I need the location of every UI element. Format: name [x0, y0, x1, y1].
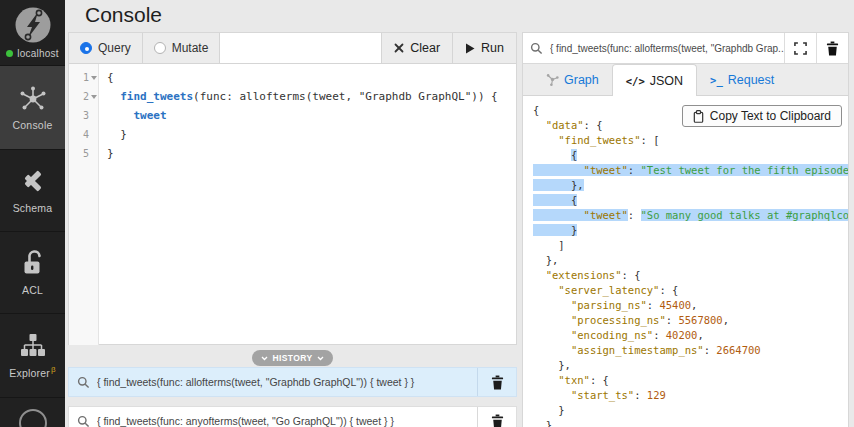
page-header: Console [65, 0, 854, 30]
search-icon [523, 33, 550, 63]
trash-icon [826, 41, 839, 56]
gutter-line-number[interactable]: 5 [69, 144, 98, 163]
gutter-line-number[interactable]: 3 [69, 106, 98, 125]
beta-badge: β [51, 365, 56, 374]
history-delete-button[interactable] [477, 407, 516, 427]
json-lines: { "data": { "find_tweets": [ { "tweet": … [523, 96, 848, 427]
query-panel: Query Mutate Clear Run 12345 { find_twee… [68, 32, 517, 345]
terminal-icon: >_ [710, 74, 723, 86]
delete-result-button[interactable] [816, 33, 848, 63]
fold-marker-empty [89, 125, 98, 144]
history-toggle-row: HISTORY [68, 350, 517, 366]
json-line: }, [533, 178, 848, 193]
json-line: "txn": { [533, 373, 848, 388]
results-tabbar: Graph </> JSON >_ Request [523, 64, 848, 96]
console-icon [19, 84, 47, 112]
run-label: Run [481, 41, 504, 55]
fullscreen-icon [794, 42, 807, 55]
json-line: { [533, 193, 848, 208]
json-line: } [533, 223, 848, 238]
chevron-down-icon [261, 356, 268, 361]
tab-json-label: JSON [650, 74, 683, 88]
history-item[interactable]: { find_tweets(func: anyofterms(tweet, "G… [68, 406, 517, 427]
sidebar-item-console[interactable]: Console [0, 66, 65, 150]
run-play-icon [465, 43, 475, 54]
json-line: "assign_timestamp_ns": 2664700 [533, 343, 848, 358]
history-toggle-label: HISTORY [272, 353, 312, 363]
sidebar-item-schema[interactable]: Schema [0, 150, 65, 232]
code-line: } [107, 125, 516, 144]
mutate-mode-label: Mutate [172, 41, 209, 55]
json-line: "find_tweets": [ [533, 133, 848, 148]
history-item[interactable]: { find_tweets(func: allofterms(tweet, "G… [68, 367, 517, 397]
tab-graph-label: Graph [564, 73, 599, 87]
mutate-mode-tab[interactable]: Mutate [143, 33, 221, 63]
json-line: } [533, 418, 848, 427]
sidebar-item-label: Explorerβ [9, 365, 56, 379]
trash-icon [491, 375, 504, 390]
trash-icon [491, 414, 504, 427]
query-toolbar: Query Mutate Clear Run [69, 33, 516, 64]
json-line: "tweet": "Test tweet for the fifth episo… [533, 163, 848, 178]
sidebar-item-label: Schema [13, 202, 53, 214]
history-query-text: { find_tweets(func: anyofterms(tweet, "G… [97, 407, 477, 427]
sidebar-item-label: Console [13, 119, 53, 131]
sidebar: localhost Console Schema [0, 0, 65, 427]
json-line: "encoding_ns": 40200, [533, 328, 848, 343]
query-mode-tab[interactable]: Query [69, 33, 143, 63]
sidebar-item-acl[interactable]: ACL [0, 232, 65, 315]
json-line: { [533, 148, 848, 163]
json-line: }, [533, 358, 848, 373]
gutter-line-number[interactable]: 2 [69, 87, 98, 106]
history-delete-button[interactable] [477, 368, 516, 396]
json-line: "tweet": "So many good talks at #graphql… [533, 208, 848, 223]
fold-marker-empty [89, 144, 98, 163]
sidebar-item-label: ACL [22, 284, 43, 296]
fold-marker-icon[interactable] [89, 87, 98, 106]
fold-marker-empty [89, 106, 98, 125]
tab-graph[interactable]: Graph [533, 64, 612, 95]
graph-icon [546, 73, 559, 86]
clear-x-icon [394, 43, 404, 53]
code-line: } [107, 144, 516, 163]
chevron-down-icon [317, 356, 324, 361]
clear-label: Clear [410, 41, 440, 55]
gutter-line-number[interactable]: 1 [69, 68, 98, 87]
copy-to-clipboard-button[interactable]: Copy Text to Clipboard [682, 105, 842, 127]
fold-marker-icon[interactable] [89, 68, 98, 87]
editor-gutter: 12345 [69, 64, 99, 345]
search-icon [69, 407, 97, 427]
clear-button[interactable]: Clear [381, 33, 452, 63]
tab-request[interactable]: >_ Request [697, 64, 787, 95]
code-line: tweet [107, 106, 516, 125]
result-query-bar[interactable]: { find_tweets(func: allofterms(tweet, "G… [523, 33, 848, 64]
json-line: ] [533, 238, 848, 253]
sidebar-item-explorer[interactable]: Explorerβ [0, 314, 65, 398]
page-title: Console [85, 3, 162, 27]
json-line: "start_ts": 129 [533, 388, 848, 403]
circle-icon [18, 407, 48, 427]
gutter-line-number[interactable]: 4 [69, 125, 98, 144]
fullscreen-button[interactable] [784, 33, 816, 63]
json-output[interactable]: Copy Text to Clipboard { "data": { "find… [523, 96, 848, 427]
radio-unselected-icon [154, 42, 166, 54]
copy-button-label: Copy Text to Clipboard [710, 109, 831, 123]
schema-icon [19, 167, 47, 195]
sidebar-item-label: localhost [17, 48, 58, 59]
history-query-text: { find_tweets(func: allofterms(tweet, "G… [97, 368, 477, 396]
run-button[interactable]: Run [452, 33, 516, 63]
radio-selected-icon [80, 42, 92, 54]
json-line: } [533, 403, 848, 418]
json-line: "processing_ns": 5567800, [533, 313, 848, 328]
sidebar-item-localhost[interactable]: localhost [0, 0, 65, 66]
connection-status-dot [6, 50, 13, 57]
results-panel: { find_tweets(func: allofterms(tweet, "G… [522, 32, 849, 427]
json-line: "parsing_ns": 45400, [533, 298, 848, 313]
explorer-icon [19, 332, 47, 358]
sidebar-item-more[interactable] [0, 398, 65, 427]
history-toggle[interactable]: HISTORY [252, 350, 332, 366]
query-editor[interactable]: 12345 { find_tweets(func: allofterms(twe… [69, 64, 516, 345]
acl-unlock-icon [20, 249, 46, 277]
tab-json[interactable]: </> JSON [612, 64, 697, 96]
json-line: "extensions": { [533, 268, 848, 283]
